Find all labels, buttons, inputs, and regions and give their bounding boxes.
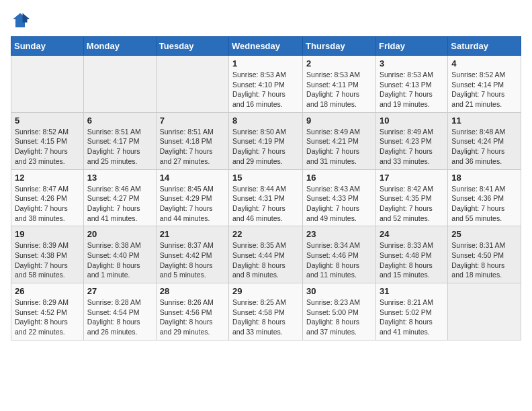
day-info: Sunrise: 8:39 AM Sunset: 4:38 PM Dayligh… <box>15 240 80 280</box>
day-info: Sunrise: 8:34 AM Sunset: 4:46 PM Dayligh… <box>306 240 372 280</box>
calendar-cell: 31Sunrise: 8:21 AM Sunset: 5:02 PM Dayli… <box>375 283 447 340</box>
day-number: 22 <box>232 229 299 239</box>
day-number: 5 <box>15 116 80 126</box>
week-row-4: 19Sunrise: 8:39 AM Sunset: 4:38 PM Dayli… <box>11 226 521 283</box>
calendar-cell: 25Sunrise: 8:31 AM Sunset: 4:50 PM Dayli… <box>448 226 521 283</box>
day-number: 9 <box>306 116 372 126</box>
day-number: 26 <box>15 286 80 296</box>
day-info: Sunrise: 8:50 AM Sunset: 4:19 PM Dayligh… <box>232 127 299 167</box>
calendar-cell: 23Sunrise: 8:34 AM Sunset: 4:46 PM Dayli… <box>303 226 376 283</box>
day-number: 30 <box>306 286 372 296</box>
day-info: Sunrise: 8:51 AM Sunset: 4:17 PM Dayligh… <box>87 127 152 167</box>
day-number: 13 <box>87 173 152 183</box>
calendar-cell: 15Sunrise: 8:44 AM Sunset: 4:31 PM Dayli… <box>229 169 303 226</box>
day-number: 12 <box>15 173 80 183</box>
day-number: 27 <box>87 286 152 296</box>
day-info: Sunrise: 8:37 AM Sunset: 4:42 PM Dayligh… <box>160 240 225 280</box>
day-info: Sunrise: 8:21 AM Sunset: 5:02 PM Dayligh… <box>380 298 444 337</box>
week-row-3: 12Sunrise: 8:47 AM Sunset: 4:26 PM Dayli… <box>11 169 521 226</box>
calendar-cell: 24Sunrise: 8:33 AM Sunset: 4:48 PM Dayli… <box>375 226 447 283</box>
day-info: Sunrise: 8:28 AM Sunset: 4:54 PM Dayligh… <box>87 298 152 337</box>
day-number: 25 <box>451 229 517 239</box>
calendar-cell: 5Sunrise: 8:52 AM Sunset: 4:15 PM Daylig… <box>11 112 84 169</box>
svg-marker-1 <box>23 13 30 23</box>
calendar-cell: 19Sunrise: 8:39 AM Sunset: 4:38 PM Dayli… <box>11 226 84 283</box>
calendar-cell <box>156 56 228 113</box>
calendar-cell: 30Sunrise: 8:23 AM Sunset: 5:00 PM Dayli… <box>303 283 376 340</box>
calendar-cell: 2Sunrise: 8:53 AM Sunset: 4:11 PM Daylig… <box>303 56 376 113</box>
day-number: 31 <box>380 286 444 296</box>
day-info: Sunrise: 8:53 AM Sunset: 4:13 PM Dayligh… <box>380 70 444 109</box>
day-number: 23 <box>306 229 372 239</box>
day-number: 10 <box>380 116 444 126</box>
calendar-cell: 11Sunrise: 8:48 AM Sunset: 4:24 PM Dayli… <box>448 112 521 169</box>
calendar-cell: 9Sunrise: 8:49 AM Sunset: 4:21 PM Daylig… <box>303 112 376 169</box>
calendar-cell: 16Sunrise: 8:43 AM Sunset: 4:33 PM Dayli… <box>303 169 376 226</box>
days-header-row: SundayMondayTuesdayWednesdayThursdayFrid… <box>11 37 521 56</box>
day-info: Sunrise: 8:29 AM Sunset: 4:52 PM Dayligh… <box>15 298 80 337</box>
day-header-friday: Friday <box>375 37 447 56</box>
day-info: Sunrise: 8:31 AM Sunset: 4:50 PM Dayligh… <box>451 240 517 280</box>
day-info: Sunrise: 8:38 AM Sunset: 4:40 PM Dayligh… <box>87 240 152 280</box>
header <box>11 11 521 30</box>
day-number: 16 <box>306 173 372 183</box>
day-number: 21 <box>160 229 225 239</box>
calendar-cell: 13Sunrise: 8:46 AM Sunset: 4:27 PM Dayli… <box>83 169 156 226</box>
calendar-cell: 12Sunrise: 8:47 AM Sunset: 4:26 PM Dayli… <box>11 169 84 226</box>
calendar-cell: 7Sunrise: 8:51 AM Sunset: 4:18 PM Daylig… <box>156 112 228 169</box>
day-number: 6 <box>87 116 152 126</box>
day-info: Sunrise: 8:43 AM Sunset: 4:33 PM Dayligh… <box>306 184 372 224</box>
day-number: 19 <box>15 229 80 239</box>
day-info: Sunrise: 8:51 AM Sunset: 4:18 PM Dayligh… <box>160 127 225 167</box>
day-number: 28 <box>160 286 225 296</box>
day-info: Sunrise: 8:53 AM Sunset: 4:10 PM Dayligh… <box>232 70 299 109</box>
calendar-body: 1Sunrise: 8:53 AM Sunset: 4:10 PM Daylig… <box>11 56 521 340</box>
day-header-tuesday: Tuesday <box>156 37 228 56</box>
day-info: Sunrise: 8:52 AM Sunset: 4:15 PM Dayligh… <box>15 127 80 167</box>
calendar-cell: 14Sunrise: 8:45 AM Sunset: 4:29 PM Dayli… <box>156 169 228 226</box>
day-info: Sunrise: 8:53 AM Sunset: 4:11 PM Dayligh… <box>306 70 372 109</box>
calendar-cell: 6Sunrise: 8:51 AM Sunset: 4:17 PM Daylig… <box>83 112 156 169</box>
calendar-cell: 3Sunrise: 8:53 AM Sunset: 4:13 PM Daylig… <box>375 56 447 113</box>
logo <box>11 11 32 30</box>
day-info: Sunrise: 8:35 AM Sunset: 4:44 PM Dayligh… <box>232 240 299 280</box>
calendar-cell <box>448 283 521 340</box>
day-number: 24 <box>380 229 444 239</box>
calendar-cell: 4Sunrise: 8:52 AM Sunset: 4:14 PM Daylig… <box>448 56 521 113</box>
week-row-5: 26Sunrise: 8:29 AM Sunset: 4:52 PM Dayli… <box>11 283 521 340</box>
day-info: Sunrise: 8:42 AM Sunset: 4:35 PM Dayligh… <box>380 184 444 224</box>
day-number: 11 <box>451 116 517 126</box>
calendar-cell: 22Sunrise: 8:35 AM Sunset: 4:44 PM Dayli… <box>229 226 303 283</box>
day-info: Sunrise: 8:46 AM Sunset: 4:27 PM Dayligh… <box>87 184 152 224</box>
calendar-cell: 28Sunrise: 8:26 AM Sunset: 4:56 PM Dayli… <box>156 283 228 340</box>
day-info: Sunrise: 8:41 AM Sunset: 4:36 PM Dayligh… <box>451 184 517 224</box>
day-number: 4 <box>451 58 517 68</box>
calendar-header: SundayMondayTuesdayWednesdayThursdayFrid… <box>11 37 521 56</box>
calendar-cell: 17Sunrise: 8:42 AM Sunset: 4:35 PM Dayli… <box>375 169 447 226</box>
calendar-cell: 18Sunrise: 8:41 AM Sunset: 4:36 PM Dayli… <box>448 169 521 226</box>
day-number: 3 <box>380 58 444 68</box>
day-info: Sunrise: 8:45 AM Sunset: 4:29 PM Dayligh… <box>160 184 225 224</box>
calendar-cell: 10Sunrise: 8:49 AM Sunset: 4:23 PM Dayli… <box>375 112 447 169</box>
day-number: 15 <box>232 173 299 183</box>
day-info: Sunrise: 8:49 AM Sunset: 4:21 PM Dayligh… <box>306 127 372 167</box>
day-header-sunday: Sunday <box>11 37 84 56</box>
page-container: SundayMondayTuesdayWednesdayThursdayFrid… <box>0 0 532 347</box>
calendar-cell: 26Sunrise: 8:29 AM Sunset: 4:52 PM Dayli… <box>11 283 84 340</box>
week-row-1: 1Sunrise: 8:53 AM Sunset: 4:10 PM Daylig… <box>11 56 521 113</box>
day-info: Sunrise: 8:49 AM Sunset: 4:23 PM Dayligh… <box>380 127 444 167</box>
calendar-cell: 27Sunrise: 8:28 AM Sunset: 4:54 PM Dayli… <box>83 283 156 340</box>
calendar-cell <box>83 56 156 113</box>
day-header-wednesday: Wednesday <box>229 37 303 56</box>
calendar-cell <box>11 56 84 113</box>
day-info: Sunrise: 8:47 AM Sunset: 4:26 PM Dayligh… <box>15 184 80 224</box>
day-info: Sunrise: 8:48 AM Sunset: 4:24 PM Dayligh… <box>451 127 517 167</box>
day-info: Sunrise: 8:52 AM Sunset: 4:14 PM Dayligh… <box>451 70 517 109</box>
day-header-thursday: Thursday <box>303 37 376 56</box>
week-row-2: 5Sunrise: 8:52 AM Sunset: 4:15 PM Daylig… <box>11 112 521 169</box>
day-header-saturday: Saturday <box>448 37 521 56</box>
day-number: 14 <box>160 173 225 183</box>
calendar-cell: 29Sunrise: 8:25 AM Sunset: 4:58 PM Dayli… <box>229 283 303 340</box>
calendar-cell: 21Sunrise: 8:37 AM Sunset: 4:42 PM Dayli… <box>156 226 228 283</box>
calendar-cell: 20Sunrise: 8:38 AM Sunset: 4:40 PM Dayli… <box>83 226 156 283</box>
